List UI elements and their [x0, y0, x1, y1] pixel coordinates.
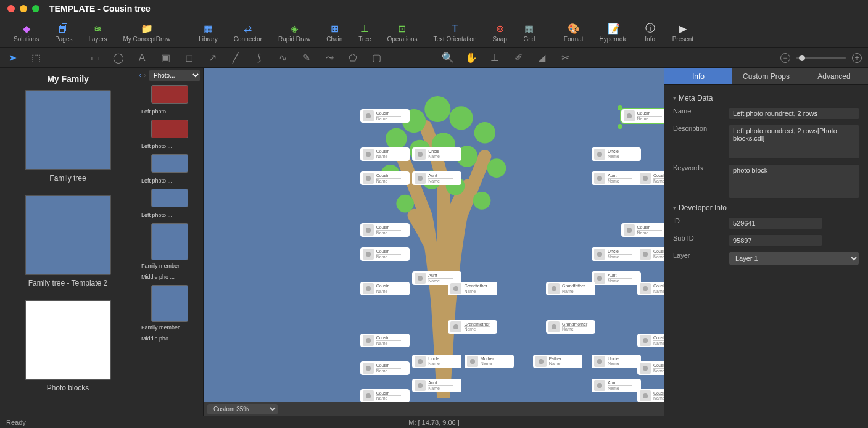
person-card[interactable]: CousinName — [360, 171, 410, 185]
person-card[interactable]: CousinName — [360, 147, 410, 161]
callout-tool[interactable]: ◻ — [183, 52, 195, 64]
library-item[interactable]: Left photo ... — [139, 143, 200, 149]
toolbar-chain[interactable]: ⊞Chain — [319, 20, 350, 45]
metadata-section-title[interactable]: Meta Data — [673, 94, 859, 102]
subid-input[interactable] — [729, 234, 822, 247]
devinfo-section-title[interactable]: Developer Info — [673, 204, 859, 212]
text-tool[interactable]: A — [136, 52, 148, 64]
toolbar-library[interactable]: ▦Library — [191, 20, 225, 45]
toolbar-operations[interactable]: ⊡Operations — [380, 20, 425, 45]
person-card[interactable]: AuntName — [592, 171, 641, 185]
person-card[interactable]: CousinName — [637, 389, 664, 403]
person-card[interactable]: CousinName — [637, 171, 664, 185]
person-card[interactable]: UncleName — [592, 147, 641, 161]
person-card[interactable]: UncleName — [592, 355, 641, 368]
library-item[interactable] — [139, 120, 200, 138]
person-card[interactable]: CousinName — [637, 334, 664, 347]
person-card[interactable]: UncleName — [412, 147, 461, 161]
library-item[interactable]: Middle pho ... — [139, 335, 200, 342]
selection-handle[interactable] — [618, 124, 622, 129]
toolbar-hypernote[interactable]: 📝Hypernote — [592, 20, 635, 45]
stamp-tool[interactable]: ⊥ — [489, 52, 501, 64]
zoom-in-button[interactable]: + — [852, 53, 862, 63]
note-tool[interactable]: ▣ — [159, 52, 172, 64]
page-thumbnail[interactable]: Photo blocks — [6, 300, 130, 392]
line-tool[interactable]: ╱ — [229, 52, 242, 64]
selection-handle[interactable] — [618, 105, 622, 110]
toolbar-tree[interactable]: ⊥Tree — [351, 20, 378, 45]
person-card[interactable]: CousinName — [360, 109, 410, 123]
toolbar-my-conceptdraw[interactable]: 📁My ConceptDraw — [116, 20, 178, 45]
description-input[interactable] — [729, 125, 859, 159]
person-card[interactable]: CousinName — [637, 282, 664, 295]
person-card[interactable]: AuntName — [412, 379, 461, 392]
toolbar-solutions[interactable]: ◆Solutions — [6, 20, 46, 45]
tab-advanced[interactable]: Advanced — [800, 68, 868, 85]
zoom-level-select[interactable]: Custom 35% — [207, 404, 278, 414]
person-card[interactable]: AuntName — [592, 271, 641, 285]
person-card[interactable]: CousinName — [637, 361, 664, 375]
name-input[interactable] — [729, 107, 859, 120]
person-card[interactable]: UncleName — [412, 355, 461, 368]
rect-tool[interactable]: ▭ — [89, 52, 101, 64]
library-item[interactable] — [139, 85, 200, 104]
pan-tool[interactable]: ✋ — [465, 52, 477, 64]
person-card[interactable]: GrandmotherName — [546, 320, 595, 334]
person-card[interactable]: AuntName — [412, 171, 461, 185]
person-card[interactable]: AuntName — [592, 379, 641, 392]
pen-tool[interactable]: ✎ — [300, 52, 312, 64]
library-back-button[interactable]: ‹ — [139, 71, 141, 80]
person-card[interactable]: GrandfatherName — [546, 282, 595, 295]
toolbar-text-orientation[interactable]: TText Orientation — [426, 20, 484, 45]
polygon-tool[interactable]: ⬠ — [347, 52, 359, 64]
toolbar-connector[interactable]: ⇄Connector — [226, 20, 270, 45]
person-card[interactable]: CousinName — [637, 247, 664, 261]
frame-tool[interactable]: ▢ — [370, 52, 382, 64]
arrow-tool[interactable]: ↗ — [206, 52, 218, 64]
library-item[interactable]: Family member — [139, 285, 200, 331]
bezier-tool[interactable]: ⤳ — [323, 52, 336, 64]
toolbar-present[interactable]: ▶Present — [665, 20, 701, 45]
tab-custom-props[interactable]: Custom Props — [732, 68, 800, 85]
crop-canvas-tool[interactable]: ✂ — [559, 52, 571, 64]
library-item[interactable]: Middle pho ... — [139, 274, 200, 280]
person-card[interactable]: GrandmotherName — [448, 320, 497, 334]
library-selector[interactable]: Photo... — [149, 70, 200, 81]
minimize-button[interactable] — [20, 5, 27, 12]
person-card[interactable]: CousinName — [360, 361, 410, 375]
toolbar-snap[interactable]: ⊚Snap — [486, 20, 515, 45]
library-item[interactable]: Left photo ... — [139, 212, 200, 218]
page-thumbnail[interactable]: Family tree - Template 2 — [6, 195, 130, 287]
crop-tool[interactable]: ⬚ — [30, 52, 42, 64]
library-item[interactable] — [139, 154, 200, 173]
close-button[interactable] — [7, 5, 15, 12]
layer-select[interactable]: Layer 1 — [729, 252, 859, 265]
library-item[interactable]: Family member — [139, 223, 200, 269]
person-card[interactable]: GrandfatherName — [448, 282, 497, 295]
library-item[interactable]: Left photo ... — [139, 109, 200, 115]
person-card[interactable]: CousinName — [360, 389, 410, 403]
freehand-tool[interactable]: ∿ — [276, 52, 289, 64]
arc-tool[interactable]: ⟆ — [253, 52, 265, 64]
search-icon[interactable]: 🔍 — [442, 52, 454, 64]
library-forward-button[interactable]: › — [144, 71, 146, 80]
toolbar-grid[interactable]: ▦Grid — [516, 20, 543, 45]
person-card[interactable]: MotherName — [465, 355, 514, 368]
person-card[interactable]: CousinName — [360, 282, 410, 295]
person-card[interactable]: CousinName — [621, 223, 664, 237]
toolbar-info[interactable]: ⓘInfo — [637, 20, 664, 45]
library-item[interactable]: Left photo ... — [139, 178, 200, 184]
library-item[interactable] — [139, 189, 200, 207]
zoom-slider[interactable] — [796, 57, 846, 59]
zoom-out-button[interactable]: − — [780, 53, 790, 63]
eyedropper-tool[interactable]: ✐ — [512, 52, 524, 64]
person-card[interactable]: UncleName — [592, 247, 641, 261]
fill-tool[interactable]: ◢ — [535, 52, 548, 64]
keywords-input[interactable] — [729, 164, 859, 199]
toolbar-pages[interactable]: 🗐Pages — [48, 20, 80, 45]
page-thumbnail[interactable]: Family tree — [6, 90, 130, 183]
canvas[interactable]: CousinNameCousinNameCousinNameUncleNameU… — [204, 68, 664, 416]
id-input[interactable] — [729, 217, 822, 229]
person-card[interactable]: FatherName — [533, 355, 582, 368]
person-card[interactable]: CousinName — [360, 223, 410, 237]
